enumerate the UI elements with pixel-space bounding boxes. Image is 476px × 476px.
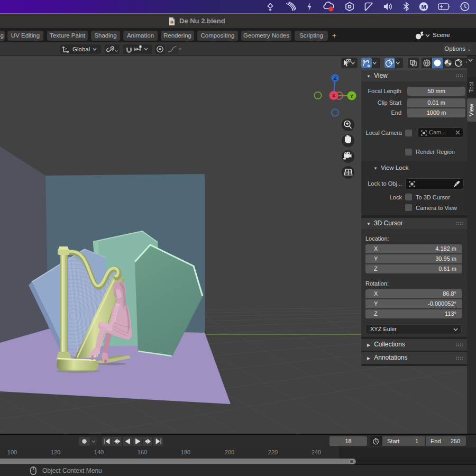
svg-text:M: M: [421, 4, 426, 10]
svg-text:Z: Z: [334, 76, 337, 81]
svg-text:X: X: [332, 93, 335, 98]
svg-text:Y: Y: [350, 94, 353, 99]
